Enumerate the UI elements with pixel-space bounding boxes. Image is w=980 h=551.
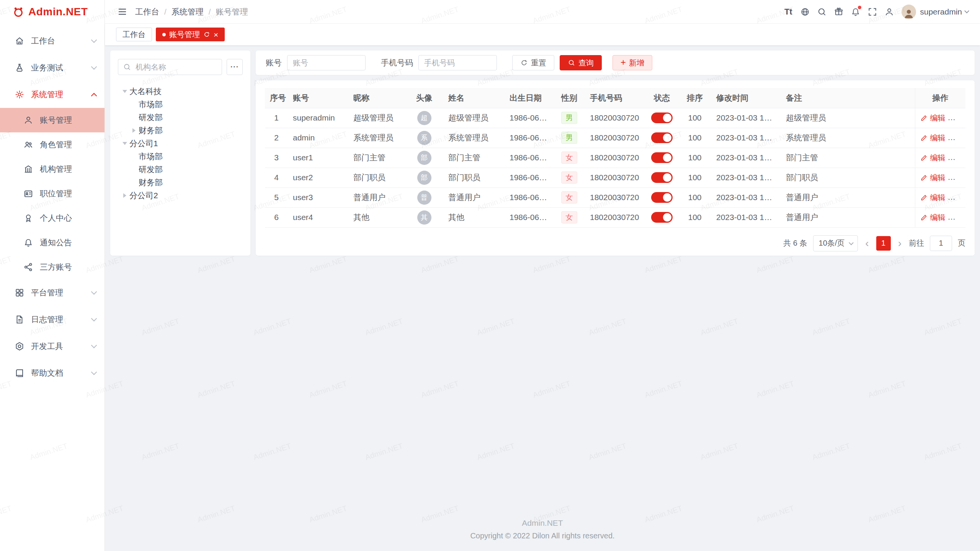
- close-icon[interactable]: ×: [214, 31, 218, 39]
- cell-index: 6: [265, 207, 288, 227]
- page-number-active[interactable]: 1: [876, 236, 891, 251]
- sidebar-menu: 工作台 业务测试 系统管理 账号管: [0, 24, 105, 551]
- search-icon[interactable]: [813, 3, 830, 20]
- tree-node[interactable]: 市场部: [118, 98, 243, 111]
- tree-node[interactable]: 分公司2: [118, 189, 243, 202]
- tree-node[interactable]: 市场部: [118, 150, 243, 163]
- sidebar-item-label: 系统管理: [31, 89, 92, 100]
- app-root: Admin.NET 工作台 业务测试 系统管理: [0, 0, 980, 551]
- fullscreen-icon[interactable]: [864, 3, 881, 20]
- cell-avatar: 其: [405, 207, 443, 227]
- sidebar-item-business-test[interactable]: 业务测试: [0, 54, 105, 81]
- sidebar: Admin.NET 工作台 业务测试 系统管理: [0, 0, 105, 551]
- edit-button[interactable]: 编辑: [920, 113, 946, 123]
- tree-node[interactable]: 研发部: [118, 111, 243, 124]
- account-filter-input[interactable]: [287, 55, 366, 70]
- sidebar-item-org-management[interactable]: 机构管理: [0, 157, 105, 181]
- caret-right-icon[interactable]: [129, 128, 139, 133]
- edit-button[interactable]: 编辑: [920, 173, 946, 183]
- sidebar-item-notice[interactable]: 通知公告: [0, 230, 105, 255]
- cell-birth: 1986-06-28: [505, 108, 554, 128]
- cell-modified: 2023-01-03 10:59:44: [711, 207, 781, 227]
- chevron-down-icon: [91, 289, 97, 295]
- sidebar-item-role-management[interactable]: 角色管理: [0, 132, 105, 157]
- gender-badge: 女: [561, 152, 577, 164]
- add-button[interactable]: + 新增: [612, 55, 652, 70]
- cell-nickname: 超级管理员: [348, 108, 405, 128]
- tree-node[interactable]: 研发部: [118, 163, 243, 176]
- user-icon[interactable]: [881, 3, 898, 20]
- content-row: ··· 大名科技 市场部 研发部: [110, 51, 975, 256]
- cell-gender: 男: [554, 128, 585, 148]
- gift-icon[interactable]: [830, 3, 847, 20]
- sidebar-item-position-management[interactable]: 职位管理: [0, 181, 105, 206]
- edit-button[interactable]: 编辑: [920, 192, 946, 203]
- caret-down-icon[interactable]: [120, 142, 129, 145]
- username[interactable]: superadmin: [920, 7, 962, 16]
- org-search-input[interactable]: [135, 62, 217, 72]
- caret-right-icon[interactable]: [120, 193, 129, 198]
- more-actions-button[interactable]: ···: [954, 193, 964, 202]
- status-toggle[interactable]: [651, 212, 673, 223]
- search-button[interactable]: 查询: [560, 55, 602, 70]
- reset-button[interactable]: 重置: [512, 55, 554, 70]
- prev-page-button[interactable]: ‹: [864, 238, 870, 249]
- cell-phone: 18020030720: [585, 168, 645, 187]
- more-actions-button[interactable]: ···: [954, 213, 964, 222]
- breadcrumb-item[interactable]: 系统管理: [172, 7, 204, 17]
- edit-button[interactable]: 编辑: [920, 212, 946, 223]
- page-size-select[interactable]: 10条/页: [813, 235, 858, 251]
- tree-node[interactable]: 分公司1: [118, 137, 243, 150]
- sidebar-item-workbench[interactable]: 工作台: [0, 28, 105, 54]
- status-toggle[interactable]: [651, 152, 673, 163]
- right-column: 账号 手机号码 重置 查询 +: [256, 51, 975, 256]
- breadcrumb-item[interactable]: 工作台: [135, 7, 159, 17]
- sidebar-item-dev-tools[interactable]: 开发工具: [0, 333, 105, 360]
- edit-button[interactable]: 编辑: [920, 153, 946, 163]
- sidebar-item-platform-management[interactable]: 平台管理: [0, 279, 105, 306]
- refresh-icon[interactable]: [203, 31, 210, 38]
- tree-node[interactable]: 财务部: [118, 124, 243, 137]
- goto-page-input[interactable]: [930, 236, 952, 251]
- notification-bell-icon[interactable]: [847, 3, 864, 20]
- sidebar-item-third-party-account[interactable]: 三方账号: [0, 255, 105, 279]
- bell-icon: [23, 238, 33, 248]
- row-avatar: 部: [417, 151, 431, 165]
- sidebar-item-help-docs[interactable]: 帮助文档: [0, 360, 105, 386]
- edit-pencil-icon: [920, 214, 928, 221]
- tree-node[interactable]: 大名科技: [118, 85, 243, 98]
- status-toggle[interactable]: [651, 192, 673, 203]
- sidebar-item-personal-center[interactable]: 个人中心: [0, 206, 105, 230]
- cell-birth: 1986-06-28: [505, 148, 554, 168]
- sidebar-item-log-management[interactable]: 日志管理: [0, 306, 105, 333]
- tab-label: 工作台: [122, 29, 145, 40]
- status-toggle[interactable]: [651, 172, 673, 183]
- more-actions-button[interactable]: ···: [954, 173, 964, 182]
- next-page-button[interactable]: ›: [897, 238, 903, 249]
- hamburger-menu-icon[interactable]: [114, 4, 130, 20]
- more-actions-button[interactable]: ···: [954, 113, 964, 122]
- status-toggle[interactable]: [651, 112, 673, 123]
- more-actions-button[interactable]: ···: [954, 133, 964, 142]
- app-logo[interactable]: Admin.NET: [0, 0, 105, 24]
- sidebar-item-system-management[interactable]: 系统管理: [0, 81, 105, 108]
- col-index: 序号: [265, 88, 288, 108]
- goto-label: 前往: [909, 238, 924, 248]
- tab-workbench[interactable]: 工作台: [116, 28, 152, 41]
- caret-down-icon[interactable]: [120, 90, 129, 93]
- more-actions-button[interactable]: ···: [954, 153, 964, 162]
- org-more-button[interactable]: ···: [227, 59, 243, 75]
- phone-filter-input[interactable]: [418, 55, 497, 70]
- avatar[interactable]: [902, 5, 916, 19]
- status-toggle[interactable]: [651, 132, 673, 143]
- tree-node[interactable]: 财务部: [118, 176, 243, 189]
- cell-account: user3: [288, 187, 348, 207]
- font-size-icon[interactable]: Tt: [780, 3, 797, 20]
- app-logo-icon: [12, 6, 24, 18]
- edit-button[interactable]: 编辑: [920, 133, 946, 143]
- tab-account-management[interactable]: 账号管理 ×: [156, 28, 225, 41]
- sidebar-item-account-management[interactable]: 账号管理: [0, 108, 105, 132]
- globe-icon[interactable]: [797, 3, 813, 20]
- table-header-row: 序号 账号 昵称 头像 姓名 出生日期 性别 手机号码 状态 排序: [265, 88, 965, 108]
- user-icon: [23, 115, 33, 125]
